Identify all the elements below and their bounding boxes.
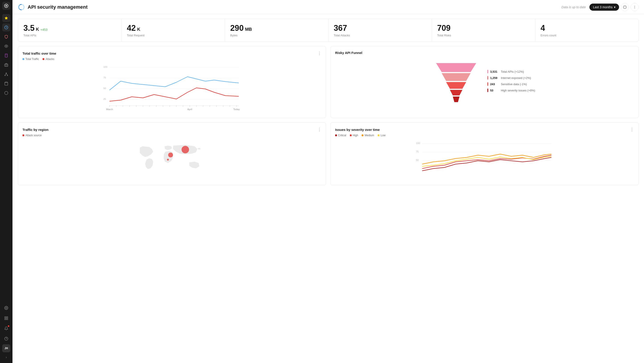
svg-rect-7 bbox=[5, 64, 8, 67]
funnel-bar-1 bbox=[487, 76, 488, 80]
date-range-button[interactable]: Last 3 months ▾ bbox=[590, 4, 619, 11]
funnel-svg bbox=[434, 59, 478, 103]
sidebar-item-notifications[interactable] bbox=[2, 324, 10, 332]
stat-errors-label: Errors count bbox=[540, 34, 633, 37]
legend-attack-source-dot bbox=[22, 134, 24, 136]
severity-chart-title: Issues by severity over time bbox=[335, 128, 380, 132]
traffic-chart-card: Total traffic over time ⋮ Total Traffic … bbox=[18, 46, 326, 118]
svg-point-70 bbox=[168, 153, 173, 157]
traffic-chart-svg: 100 75 50 25 bbox=[22, 63, 321, 112]
funnel-chart-card: Risky API Funnel bbox=[330, 46, 639, 118]
stat-total-apis: 3.5K +453 Total APIs bbox=[18, 19, 122, 42]
svg-marker-64 bbox=[453, 97, 460, 102]
legend-high: High bbox=[350, 134, 358, 137]
stat-bytes: 290MB Bytes bbox=[225, 19, 328, 42]
svg-point-8 bbox=[6, 73, 7, 73]
traffic-chart-legend: Total Traffic Attacks bbox=[22, 58, 321, 61]
funnel-bar-3 bbox=[487, 89, 488, 92]
svg-point-1 bbox=[6, 5, 7, 7]
sidebar-item-help[interactable] bbox=[2, 335, 10, 343]
svg-point-71 bbox=[167, 159, 169, 161]
funnel-desc-2: Sensitive data (-1%) bbox=[501, 83, 527, 86]
stat-bytes-label: Bytes bbox=[230, 34, 323, 37]
traffic-chart-menu[interactable]: ⋮ bbox=[317, 51, 321, 56]
charts-row-1: Total traffic over time ⋮ Total Traffic … bbox=[18, 46, 639, 118]
sidebar-item-cart[interactable] bbox=[2, 80, 10, 88]
svg-text:April: April bbox=[187, 108, 192, 111]
svg-text:50: 50 bbox=[104, 87, 106, 90]
funnel-desc-1: Internet exposed (+2%) bbox=[501, 76, 531, 80]
traffic-chart-header: Total traffic over time ⋮ bbox=[22, 51, 321, 56]
stat-total-attacks: 367 Total Attacks bbox=[328, 19, 432, 42]
stat-errors-count: 4 Errors count bbox=[535, 19, 638, 42]
funnel-value-0: 3,531 bbox=[490, 70, 499, 73]
region-chart-legend: Attack source bbox=[22, 134, 321, 137]
stat-total-apis-value: 3.5K +453 bbox=[24, 24, 116, 33]
sidebar: JH › bbox=[0, 0, 12, 363]
svg-point-10 bbox=[7, 75, 8, 76]
funnel-chart-title: Risky API Funnel bbox=[335, 51, 362, 55]
svg-text:75: 75 bbox=[104, 76, 106, 79]
sidebar-item-circle[interactable] bbox=[2, 89, 10, 97]
more-menu-button[interactable] bbox=[631, 3, 639, 11]
notifications-button[interactable] bbox=[621, 3, 629, 11]
stat-total-risks: 709 Total Risks bbox=[432, 19, 535, 42]
header-logo-icon bbox=[18, 4, 25, 11]
stat-total-risks-label: Total Risks bbox=[437, 34, 530, 37]
severity-chart-card: Issues by severity over time ⋮ Critical … bbox=[330, 122, 639, 185]
stats-row: 3.5K +453 Total APIs 42K Total Request 2… bbox=[18, 19, 639, 42]
legend-low-dot bbox=[378, 134, 380, 136]
severity-chart-svg: 100 75 50 bbox=[335, 140, 634, 180]
sidebar-item-star[interactable] bbox=[2, 14, 10, 22]
region-chart-title: Traffic by region bbox=[22, 128, 48, 132]
sidebar-expand-btn[interactable]: › bbox=[2, 353, 10, 361]
funnel-desc-3: High severity issues (+8%) bbox=[501, 89, 535, 92]
severity-chart-header: Issues by severity over time ⋮ bbox=[335, 127, 634, 132]
svg-text:75: 75 bbox=[416, 150, 419, 153]
sidebar-item-grid[interactable] bbox=[2, 314, 10, 322]
svg-text:100: 100 bbox=[104, 66, 108, 68]
sidebar-item-settings[interactable] bbox=[2, 304, 10, 312]
funnel-legend: 3,531 Total APIs (+12%) 1,259 Internet e… bbox=[487, 70, 535, 92]
svg-point-27 bbox=[634, 8, 635, 8]
stat-total-apis-label: Total APIs bbox=[24, 34, 116, 37]
legend-critical-dot bbox=[335, 134, 337, 136]
legend-medium: Medium bbox=[362, 134, 374, 137]
svg-text:25: 25 bbox=[104, 98, 106, 100]
region-chart-menu[interactable]: ⋮ bbox=[317, 127, 321, 132]
legend-total-traffic: Total Traffic bbox=[22, 58, 39, 61]
world-map-svg bbox=[22, 140, 321, 180]
sidebar-item-plug[interactable] bbox=[2, 52, 10, 60]
user-avatar[interactable]: JH bbox=[2, 344, 10, 352]
svg-point-3 bbox=[6, 46, 7, 47]
header: API security management Data is up to da… bbox=[12, 0, 644, 14]
legend-medium-dot bbox=[362, 134, 364, 136]
main-content: API security management Data is up to da… bbox=[12, 0, 644, 363]
data-status: Data is up to date bbox=[561, 5, 586, 9]
content-area: 3.5K +453 Total APIs 42K Total Request 2… bbox=[12, 14, 644, 363]
svg-text:50: 50 bbox=[416, 159, 419, 161]
funnel-chart-header: Risky API Funnel bbox=[335, 51, 634, 55]
legend-high-dot bbox=[350, 134, 352, 136]
legend-low: Low bbox=[378, 134, 386, 137]
traffic-chart-title: Total traffic over time bbox=[22, 52, 56, 55]
sidebar-item-nodes[interactable] bbox=[2, 70, 10, 78]
funnel-bar-2 bbox=[487, 82, 488, 86]
sidebar-item-dashboard[interactable] bbox=[2, 24, 10, 32]
stat-total-request-label: Total Request bbox=[127, 34, 219, 37]
legend-total-traffic-dot bbox=[22, 58, 24, 60]
region-chart-header: Traffic by region ⋮ bbox=[22, 127, 321, 132]
severity-chart-legend: Critical High Medium Low bbox=[335, 134, 634, 137]
sidebar-logo[interactable] bbox=[2, 2, 10, 10]
sidebar-item-eye[interactable] bbox=[2, 42, 10, 50]
severity-chart-menu[interactable]: ⋮ bbox=[630, 127, 634, 132]
region-chart-card: Traffic by region ⋮ Attack source bbox=[18, 122, 326, 185]
funnel-value-3: 53 bbox=[490, 89, 499, 92]
stat-total-attacks-label: Total Attacks bbox=[334, 34, 426, 37]
funnel-item-3: 53 High severity issues (+8%) bbox=[487, 89, 535, 92]
svg-point-26 bbox=[634, 7, 635, 7]
sidebar-item-shield[interactable] bbox=[2, 33, 10, 41]
svg-rect-4 bbox=[5, 54, 8, 57]
legend-critical: Critical bbox=[335, 134, 346, 137]
sidebar-item-box[interactable] bbox=[2, 61, 10, 69]
